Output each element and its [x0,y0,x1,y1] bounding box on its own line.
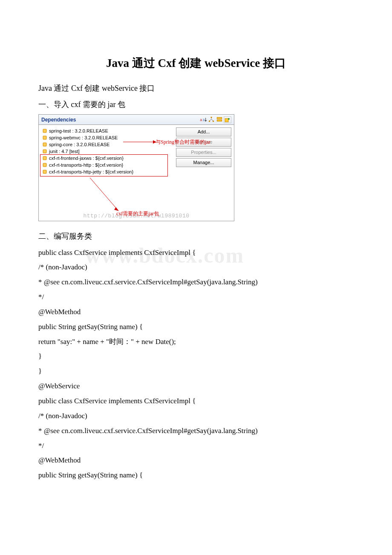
panel-spacer [39,178,234,213]
code-line: public String getSay(String name) { [38,468,354,483]
svg-rect-6 [217,120,222,121]
filter-icon[interactable] [216,116,223,123]
svg-rect-8 [43,129,46,133]
jar-icon [42,149,47,154]
button-column: Add... Remove Properties... Manage... [176,127,231,167]
list-item[interactable]: junit : 4.7 [test] [41,148,173,155]
svg-text:a: a [200,118,202,122]
svg-rect-11 [43,150,46,153]
annotation-box-cxf [40,154,168,176]
section-1-heading: 一、导入 cxf 需要的 jar 包 [38,97,354,112]
code-line: /* (non-Javadoc) [38,409,354,424]
intro-text: Java 通过 Cxf 创建 webService 接口 [38,81,354,95]
code-line: } [38,349,354,364]
list-item[interactable]: spring-test : 3.2.0.RELEASE [41,127,173,134]
svg-text:z: z [203,118,205,122]
panel-body: spring-test : 3.2.0.RELEASE spring-webmv… [39,125,234,178]
code-line: @WebMethod [38,453,354,468]
code-line: @WebMethod [38,305,354,320]
annotation-spring-text: 与Spring整合时需要的jar [156,139,210,146]
code-line: /* (non-Javadoc) [38,260,354,275]
code-line: @WebService [38,379,354,394]
dep-label: spring-test : 3.2.0.RELEASE [49,128,108,133]
code-line: } [38,364,354,379]
add-button[interactable]: Add... [176,127,231,136]
jar-icon [42,135,47,140]
svg-rect-5 [217,117,222,119]
code-line: public String getSay(String name) { [38,320,354,335]
svg-rect-10 [43,143,46,146]
dep-label: spring-webmvc : 3.2.0.RELEASE [49,135,118,140]
jar-icon [42,142,47,147]
add-dependency-icon[interactable] [224,116,231,123]
dep-label: spring-core : 3.2.0.RELEASE [49,142,110,147]
dependencies-list: spring-test : 3.2.0.RELEASE spring-webmv… [41,127,173,175]
code-line: * @see cn.com.liveuc.cxf.service.CxfServ… [38,424,354,439]
code-line: public class CxfService implements CxfSe… [38,246,354,260]
manage-button[interactable]: Manage... [176,158,231,167]
jar-icon [42,128,47,133]
arrow-jar-icon [87,177,121,212]
document-title: Java 通过 Cxf 创建 webService 接口 [38,55,354,71]
code-line: */ [38,290,354,305]
properties-button[interactable]: Properties... [176,148,231,157]
svg-rect-7 [225,119,228,122]
annotation-jar-text: cxf需要的主要jar包 [116,210,159,217]
svg-rect-9 [43,136,46,139]
code-line: * @see cn.com.liveuc.cxf.service.CxfServ… [38,275,354,290]
arrow-spring-icon [123,140,156,144]
svg-line-17 [90,178,117,209]
sort-az-icon[interactable]: az [199,116,207,123]
section-2-heading: 二、编写服务类 [38,229,354,243]
code-line: return "say:" + name + "时间：" + new Date(… [38,335,354,350]
code-line: public class CxfService implements CxfSe… [38,394,354,409]
code-line: */ [38,439,354,454]
tree-icon[interactable] [208,116,215,123]
dep-label: junit : 4.7 [test] [49,149,80,154]
panel-header: Dependencies az [39,115,234,125]
dependencies-panel: Dependencies az spring-test : 3.2.0.RELE… [38,114,234,221]
panel-title: Dependencies [41,117,199,123]
